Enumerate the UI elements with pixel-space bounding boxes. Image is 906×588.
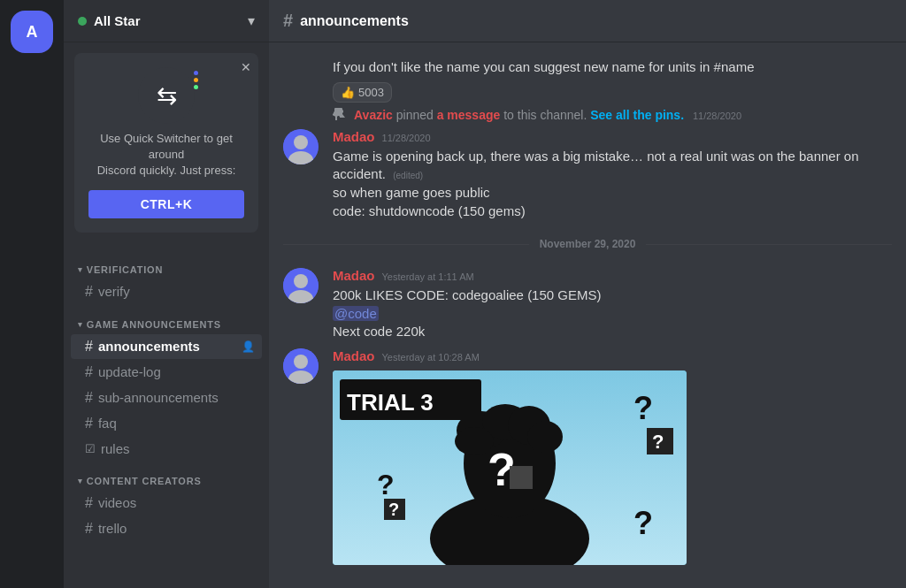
channel-faq[interactable]: # faq: [71, 411, 262, 436]
quick-switcher-panel: ✕ ⇆ Use Quick Switcher to get around Dis…: [74, 53, 258, 233]
main-content: # announcements If you don't like the na…: [269, 0, 906, 588]
message-header-madao-3: Madao Yesterday at 10:28 AM: [333, 348, 892, 363]
category-arrow-icon-3: ▾: [78, 477, 83, 485]
see-all-pins-link[interactable]: See all the pins.: [590, 108, 684, 122]
message-author-madao-2: Madao: [333, 268, 375, 283]
message-author-madao-3: Madao: [333, 348, 375, 363]
svg-point-15: [527, 421, 563, 453]
channel-header-name: announcements: [300, 13, 409, 29]
channel-sidebar: All Star ▾ ✕ ⇆ Use Quick Switcher to get…: [64, 0, 269, 588]
trial-3-image-embed: TRIAL 3: [333, 370, 687, 565]
channel-badge-announcements: 👤: [242, 340, 255, 353]
dot-blue: [194, 71, 198, 75]
message-text-madao-1a: Game is opening back up, there was a big…: [333, 148, 892, 184]
server-sidebar: A: [0, 0, 64, 588]
category-arrow-icon: ▾: [78, 265, 83, 274]
pin-action: pinned: [396, 108, 437, 122]
channel-name-rules: rules: [101, 441, 130, 456]
trial-silhouette-svg: TRIAL 3 ? ? ? ?: [333, 370, 687, 565]
channel-name-sub-announcements: sub-announcements: [98, 390, 219, 405]
svg-point-7: [294, 355, 308, 369]
message-text-madao-1c: code: shutdowncode (150 gems): [333, 202, 892, 221]
channel-update-log[interactable]: # update-log: [71, 360, 262, 385]
divider-line-right: [646, 244, 892, 245]
server-header[interactable]: All Star ▾: [64, 0, 269, 42]
message-timestamp-madao-2: Yesterday at 1:11 AM: [382, 271, 474, 282]
switcher-icon-bg: ⇆: [138, 67, 195, 124]
server-name: All Star: [94, 13, 141, 28]
message-content-madao-2: Madao Yesterday at 1:11 AM 200k LIKES CO…: [333, 268, 892, 341]
message-content-madao-3: Madao Yesterday at 10:28 AM TRIAL 3: [333, 348, 892, 565]
channel-name-faq: faq: [98, 416, 117, 431]
divider-line-left: [283, 244, 529, 245]
channel-name-trello: trello: [98, 521, 127, 536]
svg-text:?: ?: [633, 390, 653, 426]
hash-icon-faq: #: [85, 416, 93, 431]
svg-point-4: [294, 274, 308, 288]
avatar-img-madao-2: [283, 268, 319, 303]
category-game-announcements[interactable]: ▾ GAME ANNOUNCEMENTS: [64, 305, 269, 333]
message-timestamp-madao-1: 11/28/2020: [382, 133, 431, 143]
svg-text:?: ?: [388, 500, 399, 519]
avatar-madao-2: [283, 268, 319, 303]
message-text-madao-2a: 200k LIKES CODE: codegoaliee (150 GEMS): [333, 286, 892, 305]
mention-code: @code: [333, 306, 379, 321]
server-online-dot: [78, 17, 87, 26]
channel-name-videos: videos: [98, 495, 136, 510]
hash-icon: #: [85, 284, 93, 300]
message-text-top: If you don't like the name you can sugge…: [333, 58, 892, 77]
message-header-madao-2: Madao Yesterday at 1:11 AM: [333, 268, 892, 283]
hash-icon-trello: #: [85, 521, 93, 537]
pin-actor: Avazic: [354, 108, 393, 122]
arrows-icon: ⇆: [157, 81, 177, 111]
dot-teal: [194, 85, 198, 89]
dot-yellow: [194, 78, 198, 82]
reaction-thumbsup[interactable]: 👍 5003: [333, 82, 392, 103]
category-game-announcements-label: GAME ANNOUNCEMENTS: [87, 319, 221, 330]
server-icon-allstar[interactable]: A: [11, 11, 53, 53]
server-icon-letter: A: [27, 23, 38, 42]
category-arrow-icon-2: ▾: [78, 320, 83, 329]
svg-text:?: ?: [652, 431, 664, 453]
svg-text:?: ?: [633, 505, 653, 541]
pin-timestamp: 11/28/2020: [693, 111, 741, 121]
channel-trello[interactable]: # trello: [71, 516, 262, 541]
messages-area[interactable]: If you don't like the name you can sugge…: [269, 42, 906, 588]
channel-header-hash-icon: #: [283, 11, 293, 31]
channel-rules[interactable]: ☑ rules: [71, 437, 262, 461]
pin-middle: a message: [437, 108, 501, 122]
channel-verify[interactable]: # verify: [71, 279, 262, 304]
checkbox-icon-rules: ☑: [85, 442, 96, 455]
avatar-madao-1: [283, 129, 319, 164]
channels-list: ▾ VERIFICATION # verify ▾ GAME ANNOUNCEM…: [64, 243, 269, 588]
avatar-img-madao-1: [283, 129, 319, 164]
avatar-madao-3: [283, 348, 319, 384]
channel-announcements[interactable]: # announcements 👤: [71, 334, 262, 359]
svg-point-1: [294, 135, 308, 149]
avatar-img-madao-3: [283, 348, 319, 384]
svg-text:?: ?: [377, 469, 395, 500]
message-header-madao-1: Madao 11/28/2020: [333, 129, 892, 144]
edited-tag: (edited): [393, 171, 423, 180]
message-group-madao-3: Madao Yesterday at 10:28 AM TRIAL 3: [269, 345, 906, 569]
ctrl-k-button[interactable]: CTRL+K: [88, 190, 244, 218]
category-verification[interactable]: ▾ VERIFICATION: [64, 250, 269, 279]
message-continuation-top: If you don't like the name you can sugge…: [269, 57, 906, 104]
svg-rect-23: [510, 466, 533, 489]
hash-icon-videos: #: [85, 495, 93, 511]
category-content-creators-label: CONTENT CREATORS: [87, 476, 202, 486]
channel-header: # announcements: [269, 0, 906, 42]
svg-text:TRIAL 3: TRIAL 3: [347, 389, 434, 416]
category-verification-label: VERIFICATION: [87, 264, 163, 275]
date-divider-nov29: November 29, 2020: [269, 224, 906, 264]
date-divider-text: November 29, 2020: [540, 238, 636, 250]
message-author-madao-1: Madao: [333, 129, 375, 144]
channel-videos[interactable]: # videos: [71, 491, 262, 515]
message-text-madao-1b: so when game goes public: [333, 184, 892, 202]
category-content-creators[interactable]: ▾ CONTENT CREATORS: [64, 462, 269, 490]
pin-tail: to this channel.: [503, 108, 590, 122]
reaction-count: 5003: [358, 86, 384, 99]
channel-sub-announcements[interactable]: # sub-announcements: [71, 386, 262, 410]
message-text-madao-2c: Next code 220k: [333, 323, 892, 341]
message-content-madao-1: Madao 11/28/2020 Game is opening back up…: [333, 129, 892, 221]
